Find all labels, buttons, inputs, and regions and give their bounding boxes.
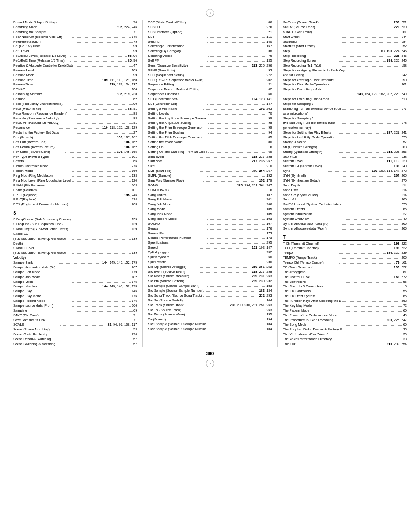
entry-sequencer-functions: Sequencer Functions 60 (148, 92, 272, 97)
entry-rplc: RPLC (Replace) 195, 246 (13, 193, 137, 198)
entry-source: Source 176 (148, 226, 272, 231)
entry-sample-play-mode: Sample Play Mode 175 (13, 294, 137, 299)
entry-src-sw: Src Sw (Source Switch) 104 (148, 298, 272, 303)
entry-src-meas: Src Meas (Source Measure) 209, 231, 253 (148, 274, 272, 279)
entry-setting-pitch-env: Setting the Pitch Envelope Generator 85 (148, 135, 272, 140)
entry-sample-bank: Sample Bank 144, 145, 146, 152, 175 (13, 260, 137, 265)
entry-record-mode: Record Mode & Input Settings 70 (13, 20, 137, 25)
entry-tch: TCH (Transmit Channel) 192, 222 (283, 246, 407, 251)
column-1: Record Mode & Input Settings 70 Recordin… (13, 20, 140, 347)
entry-s-freqfine: S.FreqFine (Sub Frequency Fine) 139 (13, 222, 137, 227)
entry-sens: SENS (Sensitivity) 93 (148, 68, 272, 73)
entry-smpl: SMPL (Sample) 152 (148, 174, 272, 178)
entry-shift-note: Shift Note 217, 236, 257 (148, 159, 272, 164)
entry-the-ex-controllers: The EX Controllers 55 (283, 289, 407, 294)
entry-remaining-memory: Remaining Memory 185, 219, 238 (13, 92, 137, 97)
entry-selecting-by-category: Selecting By Category 38 (148, 49, 272, 54)
entry-sample-record-mode: Sample Record Mode 176 (13, 299, 137, 304)
entry-the-ex-effect: The EX Effect System 65 (283, 294, 407, 299)
entry-reso-resonance: Reso (Resonance) 88, 91 (13, 107, 137, 111)
entry-sync: Sync 100, 103, 114, 147, 273 (283, 169, 407, 174)
entry-release-time: Release Time 109, 111, 119, 121, 168 (13, 78, 137, 83)
entry-start-end: Start/End 184 (283, 40, 407, 45)
entry-song-job-mode: Song Job Mode 206 (148, 202, 272, 207)
entry-remap: REMAP 104 (13, 87, 137, 92)
entry-reso-random: Reso Random (Resonance Random) 88 (13, 111, 137, 116)
entry-rev-pan: Rev Pan (Reverb Pan) 106, 162 (13, 140, 137, 145)
entry-rel1rel2-time: Rel1/Rel2 Time (Release 1/2 Time) 85, 96 (13, 59, 137, 63)
entry-str-quantize: Str (Quantize Strength) 188 (283, 145, 407, 150)
entry-sustain-level: Sustain Level 111, 119, 120 (283, 159, 407, 164)
entry-scene-morphing: Scene (Scene Morphing) 58 (13, 327, 137, 332)
entry-sample-job-mode: Sample Job Mode 182 (13, 275, 137, 280)
entry-sample-source: Sample source data (From) 266 (13, 304, 137, 308)
entry-src-trk: Src Trk (Source Track) 253 (148, 308, 272, 313)
entry-reso-vel2: Reso. Vel (Resonance Velocity) 91 (13, 121, 137, 126)
entry-scale: SCALE 83, 94, 97, 108, 117 (13, 323, 137, 327)
entry-tempo: Tempo 186, 220, 239 (283, 251, 407, 256)
entry-speed: Speed 101, 103, 147 (148, 245, 272, 250)
entry-song-edit-mode: Song Edit Mode 201 (148, 197, 272, 202)
entry-rplc2: RPLC(Replace) 224 (13, 197, 137, 202)
entry-source-part: Source Part 173 (148, 231, 272, 236)
entry-src-wave: Src Wave (Source Wave) 155 (148, 312, 272, 317)
entry-seq-tr: SEQ (Tr1–16: Sequence tracks 1–16) 202 (148, 78, 272, 83)
entry-ring-mod-level: Ring Mod Level (Ring Modulation Level) 1… (13, 178, 137, 183)
entry-save-samples: Save Samples to Disk 71 (13, 318, 137, 323)
entry-sens-quantize: Sens (Quantize Sensitivity) 213, 235, 25… (148, 63, 272, 68)
entry-the-controls-connectors: The Controls & Connectors 8 (283, 284, 407, 289)
entry-steps-disk-mode: Steps for Disk Mode Operations 261 (283, 82, 407, 87)
entry-the-arpeggiator: The Arpeggiator 61 (283, 270, 407, 275)
entry-setting-filter-scaling: Setting the Filter Scaling 94 (148, 130, 272, 135)
entry-setting-up: Setting Up 16 (148, 145, 272, 150)
entry-the-procedure-step-recording: The Procedure for Step Recording 200, 22… (283, 318, 407, 323)
entry-selecting-performance: Selecting a Performance 157 (148, 44, 272, 49)
entry-recording-sample: Recording the Sample 71 (13, 30, 137, 35)
divider-1 (142, 20, 143, 347)
entry-self-fm: Self FM 135 (148, 59, 272, 63)
entry-relative-absolute: Relative & Absolute Controller Knob Data… (13, 63, 137, 68)
entry-the-voice-directory: The Voice/Performance Directory 38 (283, 337, 407, 342)
entry-step-recording-screen: Step Recording Screen 198, 225, 246 (283, 59, 407, 63)
entry-sub-pitch: Sub Pitch 138 (283, 155, 407, 160)
entry-steps-assigning: Steps for Assigning Elements to Each Key… (283, 68, 407, 78)
entry-src-ptn: Src Ptn (Source Pattern) 229, 230, 232 (148, 279, 272, 284)
entry-setting-up-sampling: Setting Up and Sampling From an External… (148, 150, 272, 155)
entry-sound: SOUND 167 (148, 222, 272, 226)
entry-src-event: Src Event (Source Event) 218, 237, 258 (148, 270, 272, 275)
entry-size: Size 210 (148, 164, 272, 169)
entry-release-level: Release Level 109 (13, 68, 137, 73)
entry-restoring-factory: Restoring the Factory Set Data 27 (13, 130, 137, 135)
entry-setting-file-name: Setting a File Name 192, 263 (148, 107, 272, 111)
entry-ring-mod: Ring Mod (Ring Modulator) 138 (13, 174, 137, 178)
entry-sample-edit-mode: Sample Edit Mode 179 (13, 270, 137, 275)
entry-releasetime: ReleaseTime 129, 133, 134, 137 (13, 82, 137, 87)
entry-recv-note-off: Recv Note Off (Receive Note Off) 145 (13, 35, 137, 40)
entry-system-overview: System Overview 40 (283, 217, 407, 222)
entry-selecting-voices: Selecting Voices 76 (148, 54, 272, 59)
column-3: SrcTrack (Source Track) 230, 251 SrcTrk … (280, 20, 407, 347)
entry-sample-mode: Sample Mode 175 (13, 280, 137, 285)
entry-sync-src: Sync Src (Sync Source) 114 (283, 193, 407, 198)
entry-seq-setup: SEQ (Sequencer Setup) 272 (148, 73, 272, 78)
entry-streng-quantize: Streng (Quantize Strength) 213, 235, 256 (283, 150, 407, 155)
bottom-ornament-dot (210, 363, 211, 364)
entry-recording-mode: Recording Mode 195, 224, 246 (13, 25, 137, 30)
entry-song-control: Song Control 187 (148, 193, 272, 198)
entry-split-arpeggio: Split Arpeggio 252 (148, 250, 272, 255)
entry-song-record-mode: Song Record Mode 193 (148, 217, 272, 222)
entry-scene-recall: Scene Recall & Switching 57 (13, 337, 137, 342)
entry-steps-play-effects: Steps for Setting the Play Effects 187, … (283, 130, 407, 135)
entry-syn-setup: SYN (Synthesizer Setup) 270 (283, 178, 407, 183)
entry-src1-sample: Src1 Sample (Source 1 Sample Number) 184 (148, 322, 272, 327)
bottom-ornament-circle (206, 360, 214, 367)
entry-scf: SCF (Static Control Filter) 86 (148, 20, 272, 25)
entry-set-controller-set: SET (Controller Set) 104, 123, 141 (148, 97, 272, 102)
entry-steps-undo-redo: Steps for Executing Undo/Redo 218 (283, 97, 407, 102)
entry-the-key-map: The Key Map Mode 72 (283, 304, 407, 308)
entry-tg: TG (Tone Generator) 192, 222 (283, 265, 407, 270)
entry-the-control-curve: The Control Curve 163, 272 (283, 275, 407, 280)
entry-smplplay: SmplPlay (Sample Play) 152, 179 (148, 178, 272, 183)
entry-set-controller-set2: SET(Controller Set) 147 (148, 102, 272, 107)
entry-the-song-mode: The Song Mode 60 (283, 323, 407, 327)
